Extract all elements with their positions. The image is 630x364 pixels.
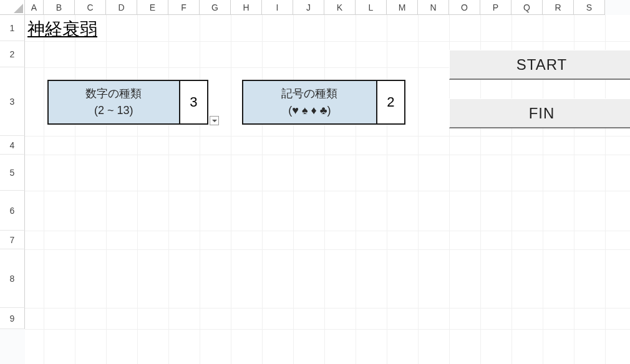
row-header[interactable]: 8 [0,249,25,308]
numbers-setting-box: 数字の種類 (2 ~ 13) 3 [47,80,208,125]
column-header[interactable]: Q [511,0,543,15]
gridline-vertical [418,15,419,364]
numbers-setting-label: 数字の種類 (2 ~ 13) [49,81,180,123]
numbers-label-line1: 数字の種類 [85,85,142,102]
column-header[interactable]: J [293,0,324,15]
column-header[interactable]: K [324,0,356,15]
gridline-vertical [231,15,231,364]
page-title: 神経衰弱 [27,17,97,41]
select-all-corner[interactable] [0,0,25,15]
column-headers: ABCDEFGHIJKLMNOPQRS [25,0,605,15]
column-header[interactable]: G [200,0,231,15]
column-header[interactable]: O [449,0,480,15]
suits-value-cell[interactable]: 2 [377,81,404,123]
row-header[interactable]: 9 [0,308,25,329]
suits-label-line1: 記号の種類 [281,85,337,102]
gridline-vertical [44,15,44,364]
gridline-vertical [137,15,138,364]
row-header[interactable]: 2 [0,41,25,67]
gridline-vertical [106,15,107,364]
gridline-horizontal [25,191,630,191]
row-header[interactable]: 5 [0,155,25,191]
suits-label-line2: (♥ ♠ ♦ ♣) [288,102,331,119]
column-header[interactable]: N [418,0,449,15]
row-header[interactable]: 1 [0,15,25,41]
column-header[interactable]: L [356,0,387,15]
suits-setting-box: 記号の種類 (♥ ♠ ♦ ♣) 2 [242,80,405,125]
gridline-horizontal [25,41,630,42]
gridline-horizontal [25,249,630,250]
column-header[interactable]: C [75,0,106,15]
row-header[interactable]: 6 [0,191,25,231]
gridline-vertical [324,15,325,364]
row-headers: 123456789 [0,15,25,329]
column-header[interactable]: A [25,0,44,15]
column-header[interactable]: R [543,0,574,15]
gridline-vertical [75,15,75,364]
gridline-horizontal [25,136,630,136]
column-header[interactable]: P [480,0,511,15]
gridline-horizontal [25,231,630,231]
column-header[interactable]: E [137,0,168,15]
numbers-dropdown-button[interactable] [210,116,219,125]
fin-button[interactable]: FIN [449,98,630,128]
gridline-horizontal [25,308,630,309]
gridline-vertical [356,15,356,364]
column-header[interactable]: F [168,0,200,15]
row-header[interactable]: 3 [0,67,25,136]
row-header[interactable]: 7 [0,231,25,249]
numbers-value-cell[interactable]: 3 [180,81,207,123]
column-header[interactable]: D [106,0,137,15]
worksheet-grid[interactable]: 神経衰弱 数字の種類 (2 ~ 13) 3 記号の種類 (♥ ♠ ♦ ♣) 2 … [25,15,630,364]
gridline-vertical [293,15,294,364]
column-header[interactable]: I [262,0,293,15]
column-header[interactable]: S [574,0,605,15]
suits-setting-label: 記号の種類 (♥ ♠ ♦ ♣) [243,81,377,123]
column-header[interactable]: H [231,0,262,15]
gridline-vertical [262,15,263,364]
row-header[interactable]: 4 [0,136,25,155]
column-header[interactable]: M [387,0,418,15]
numbers-label-line2: (2 ~ 13) [94,102,133,119]
gridline-vertical [200,15,200,364]
gridline-vertical [387,15,387,364]
gridline-vertical [168,15,169,364]
gridline-horizontal [25,155,630,155]
gridline-horizontal [25,329,630,330]
start-button[interactable]: START [449,50,630,80]
column-header[interactable]: B [44,0,75,15]
